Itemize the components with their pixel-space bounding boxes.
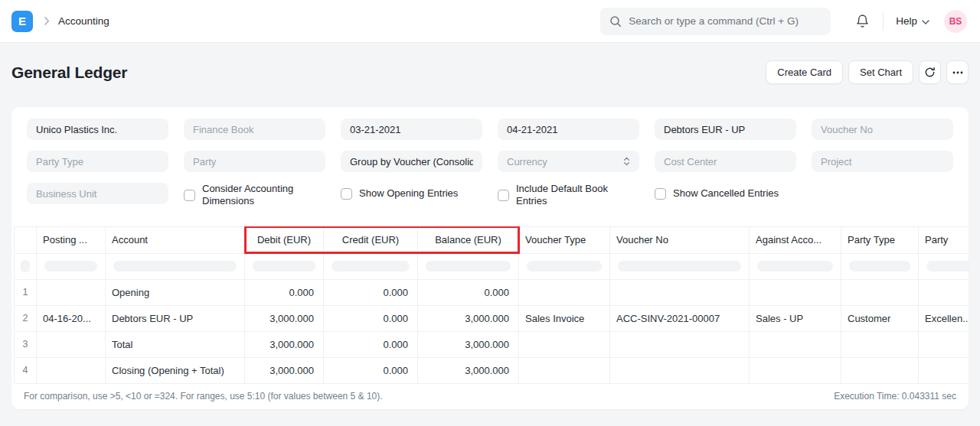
filter-field-voucher-no[interactable]: Voucher No	[812, 119, 953, 140]
set-chart-button[interactable]: Set Chart	[848, 60, 913, 84]
filter-field-business-unit[interactable]: Business Unit	[27, 183, 168, 204]
column-header[interactable]: Voucher No	[610, 227, 750, 253]
table-cell[interactable]: Total	[106, 332, 245, 357]
column-filter-input[interactable]	[919, 254, 969, 279]
row-number: 1	[14, 280, 37, 305]
global-search-input[interactable]: Search or type a command (Ctrl + G)	[600, 8, 831, 35]
column-header[interactable]: Credit (EUR)	[324, 227, 418, 253]
create-card-button[interactable]: Create Card	[766, 60, 843, 84]
column-header[interactable]: Posting ...	[37, 227, 106, 253]
checkbox-include-default-book-entries[interactable]: Include Default Book Entries	[498, 183, 639, 208]
table-cell[interactable]: Sales - UP	[750, 306, 841, 331]
navbar-divider	[883, 12, 884, 31]
filter-field-currency[interactable]: Currency	[498, 151, 639, 172]
table-cell[interactable]: 3,000.000	[245, 306, 324, 331]
table-cell[interactable]: 0.000	[324, 306, 418, 331]
table-cell[interactable]: Customer	[841, 306, 919, 331]
table-cell[interactable]: ACC-SINV-2021-00007	[610, 306, 750, 331]
filter-field-cost-center[interactable]: Cost Center	[655, 151, 796, 172]
table-cell[interactable]: Opening	[106, 280, 245, 305]
erpnext-logo[interactable]: E	[11, 11, 33, 32]
filter-placeholder: Voucher No	[821, 124, 944, 135]
table-cell[interactable]	[37, 358, 106, 383]
table-cell[interactable]: 0.000	[245, 280, 324, 305]
column-header[interactable]: Debit (EUR)	[245, 227, 324, 253]
table-cell[interactable]	[37, 280, 106, 305]
table-cell[interactable]	[919, 358, 969, 383]
column-filter-input[interactable]	[245, 254, 324, 279]
filter-field-group-by[interactable]: Group by Voucher (Consolidated)	[341, 151, 482, 172]
column-header[interactable]: Party Type	[841, 227, 919, 253]
table-row: 4Closing (Opening + Total)3,000.0000.000…	[14, 358, 969, 384]
table-cell[interactable]	[610, 332, 750, 357]
breadcrumb-accounting[interactable]: Accounting	[58, 15, 109, 27]
filter-pill	[926, 261, 969, 272]
filter-field-project[interactable]: Project	[812, 151, 953, 172]
table-cell[interactable]	[919, 280, 969, 305]
table-cell[interactable]: 3,000.000	[245, 358, 324, 383]
table-cell[interactable]: 3,000.000	[418, 358, 519, 383]
table-cell[interactable]: 0.000	[324, 332, 418, 357]
column-filter-input[interactable]	[750, 254, 841, 279]
filter-field-company[interactable]: Unico Plastics Inc.	[27, 119, 168, 140]
table-cell[interactable]: Excellen...	[919, 306, 969, 331]
filter-field-to-date[interactable]: 04-21-2021	[498, 119, 639, 140]
filter-field-finance-book[interactable]: Finance Book	[184, 119, 325, 140]
column-filter-input[interactable]	[37, 254, 106, 279]
column-header[interactable]: Party	[919, 227, 969, 253]
column-header[interactable]: Balance (EUR)	[418, 227, 519, 253]
notifications-bell-icon[interactable]	[855, 14, 870, 28]
row-number: 4	[14, 358, 37, 383]
table-cell[interactable]: 0.000	[324, 358, 418, 383]
checkbox-show-opening-entries[interactable]: Show Opening Entries	[341, 183, 482, 204]
table-cell[interactable]: 3,000.000	[418, 306, 519, 331]
table-cell[interactable]	[750, 358, 841, 383]
table-cell[interactable]	[750, 332, 841, 357]
column-header[interactable]: Account	[106, 227, 245, 253]
column-filter-input[interactable]	[519, 254, 610, 279]
table-cell[interactable]	[37, 332, 106, 357]
table-cell[interactable]	[610, 358, 750, 383]
table-cell[interactable]: 3,000.000	[418, 332, 519, 357]
table-cell[interactable]: 04-16-20...	[37, 306, 106, 331]
column-header[interactable]	[14, 227, 37, 253]
table-cell[interactable]	[519, 358, 610, 383]
checkbox-show-cancelled-entries[interactable]: Show Cancelled Entries	[655, 183, 796, 204]
column-filter-input[interactable]	[324, 254, 418, 279]
filter-field-from-date[interactable]: 03-21-2021	[341, 119, 482, 140]
table-cell[interactable]: 0.000	[324, 280, 418, 305]
table-cell[interactable]	[750, 280, 841, 305]
filter-field-party[interactable]: Party	[184, 151, 325, 172]
column-filter-input[interactable]	[418, 254, 519, 279]
column-filter-input[interactable]	[841, 254, 919, 279]
checkbox-consider-accounting-dimensions[interactable]: Consider Accounting Dimensions	[184, 183, 325, 208]
column-header[interactable]: Voucher Type	[519, 227, 610, 253]
table-cell[interactable]	[841, 332, 919, 357]
checkbox-box-icon	[184, 190, 195, 201]
filter-placeholder: Party Type	[36, 156, 159, 167]
help-menu[interactable]: Help	[896, 15, 929, 27]
table-cell[interactable]: 3,000.000	[245, 332, 324, 357]
menu-ellipsis-button[interactable]	[946, 60, 969, 84]
table-cell[interactable]: Debtors EUR - UP	[106, 306, 245, 331]
column-filter-input[interactable]	[14, 254, 37, 279]
table-cell[interactable]	[519, 280, 610, 305]
refresh-button[interactable]	[919, 60, 941, 84]
report-footer: For comparison, use >5, <10 or =324. For…	[11, 384, 969, 409]
filter-value: Group by Voucher (Consolidated)	[350, 156, 473, 167]
user-avatar[interactable]: BS	[944, 10, 967, 33]
filter-hint-text: For comparison, use >5, <10 or =324. For…	[24, 391, 383, 402]
table-cell[interactable]	[841, 358, 919, 383]
table-cell[interactable]	[610, 280, 750, 305]
table-cell[interactable]: Closing (Opening + Total)	[106, 358, 245, 383]
table-cell[interactable]: Sales Invoice	[519, 306, 610, 331]
column-header[interactable]: Against Acco...	[750, 227, 841, 253]
table-cell[interactable]	[841, 280, 919, 305]
table-cell[interactable]: 0.000	[418, 280, 519, 305]
filter-field-account[interactable]: Debtors EUR - UP	[655, 119, 796, 140]
table-cell[interactable]	[919, 332, 969, 357]
table-cell[interactable]	[519, 332, 610, 357]
column-filter-input[interactable]	[106, 254, 245, 279]
column-filter-input[interactable]	[610, 254, 750, 279]
filter-field-party-type[interactable]: Party Type	[27, 151, 168, 172]
